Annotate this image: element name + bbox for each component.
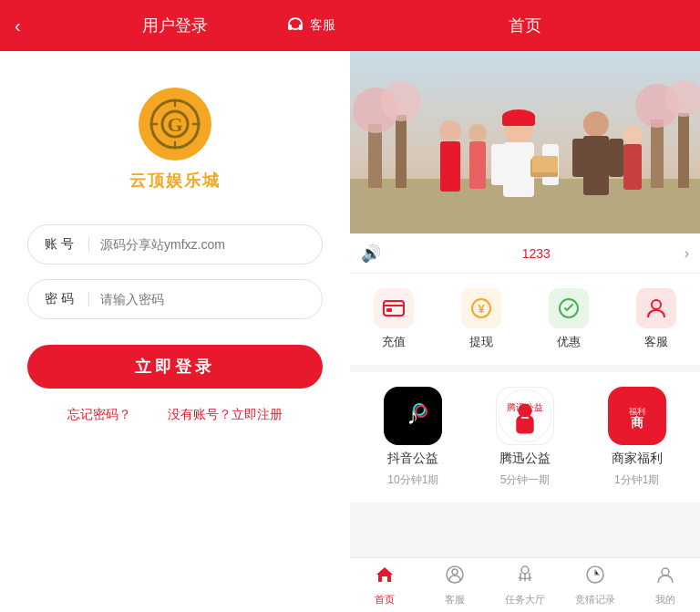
withdraw-icon: ¥ (461, 288, 501, 328)
svg-rect-26 (609, 139, 623, 177)
announcement-text: 1233 (388, 246, 685, 261)
nav-home[interactable]: 首页 (350, 558, 420, 612)
svg-point-23 (583, 111, 609, 137)
input-divider-1 (88, 237, 89, 252)
svg-rect-32 (469, 141, 486, 189)
announcement-bar[interactable]: 🔊 1233 › (350, 233, 700, 274)
svg-text:¥: ¥ (478, 302, 485, 316)
svg-rect-18 (503, 142, 534, 197)
bottom-links: 忘记密码？ 没有账号？立即注册 (67, 407, 283, 423)
svg-rect-35 (386, 308, 392, 312)
svg-rect-25 (572, 139, 587, 177)
password-input[interactable] (100, 292, 305, 306)
douyin-name: 抖音公益 (387, 451, 438, 467)
discount-icon (549, 288, 589, 328)
svg-text:商: 商 (631, 415, 643, 430)
recharge-action[interactable]: 充值 (374, 288, 414, 350)
svg-rect-28 (440, 141, 460, 192)
logo-container: G 云顶娱乐城 (129, 88, 221, 192)
login-header: ‹ 用户登录 客服 (0, 0, 350, 51)
merchant-desc: 1分钟1期 (614, 472, 659, 488)
login-content: G 云顶娱乐城 账 号 密 码 立即登录 忘记密码？ 没有账号？立即注册 (0, 51, 350, 612)
merchant-name: 商家福利 (612, 451, 663, 467)
logo-circle: G (139, 88, 211, 161)
headphone-icon (284, 15, 306, 36)
account-input-row: 账 号 (27, 224, 323, 265)
svg-point-45 (518, 403, 532, 418)
douyin-desc: 10分钟1期 (387, 472, 438, 488)
nav-home-label: 首页 (375, 593, 395, 607)
svg-rect-7 (368, 124, 382, 188)
bottom-nav: 首页 客服 任务大厅 竞猜记录 我的 (350, 557, 700, 612)
quick-actions: 充值 ¥ 提现 优惠 客服 (350, 274, 700, 365)
tencent-name: 腾迅公益 (499, 451, 551, 467)
service-icon (636, 288, 676, 328)
svg-rect-24 (583, 136, 609, 195)
records-nav-icon (585, 565, 605, 590)
tasks-nav-icon (515, 565, 535, 590)
account-label: 账 号 (45, 236, 77, 253)
service-nav-icon (445, 565, 465, 590)
mine-nav-icon (655, 565, 675, 590)
forgot-password-link[interactable]: 忘记密码？ (67, 407, 131, 423)
discount-label: 优惠 (557, 334, 581, 350)
merchant-icon: 福利 商 (608, 387, 666, 445)
banner (350, 51, 700, 233)
svg-point-51 (521, 566, 529, 574)
tencent-game[interactable]: 腾讯公益 腾迅公益 5分钟一期 (477, 387, 574, 488)
nav-service-label: 客服 (445, 593, 465, 607)
discount-action[interactable]: 优惠 (549, 288, 589, 350)
login-title: 用户登录 (142, 15, 208, 36)
nav-tasks[interactable]: 任务大厅 (490, 558, 561, 612)
svg-point-29 (623, 125, 643, 145)
withdraw-action[interactable]: ¥ 提现 (461, 288, 501, 350)
tencent-icon: 腾讯公益 (496, 387, 554, 445)
home-header: 首页 (350, 0, 700, 51)
login-panel: ‹ 用户登录 客服 G (0, 0, 350, 612)
login-button[interactable]: 立即登录 (27, 345, 323, 389)
volume-icon: 🔊 (361, 244, 381, 264)
svg-rect-9 (651, 119, 664, 188)
svg-rect-17 (502, 115, 535, 126)
svg-rect-22 (532, 156, 558, 172)
logo-svg: G (143, 92, 207, 156)
douyin-game[interactable]: ♪ 抖音公益 10分钟1期 (365, 387, 462, 488)
service-action-label: 客服 (644, 334, 668, 350)
svg-rect-33 (384, 301, 404, 316)
nav-tasks-label: 任务大厅 (505, 593, 545, 607)
nav-service[interactable]: 客服 (420, 558, 490, 612)
home-panel: 首页 (350, 0, 700, 612)
svg-point-50 (452, 569, 458, 575)
home-nav-icon (375, 565, 395, 590)
service-action[interactable]: 客服 (636, 288, 676, 350)
svg-point-39 (652, 300, 661, 309)
service-label: 客服 (310, 17, 335, 34)
password-label: 密 码 (45, 291, 77, 307)
svg-point-12 (381, 81, 421, 121)
nav-records-label: 竞猜记录 (575, 593, 615, 607)
back-button[interactable]: ‹ (15, 16, 21, 36)
register-link[interactable]: 没有账号？立即注册 (168, 407, 283, 423)
svg-point-31 (468, 124, 487, 142)
nav-records[interactable]: 竞猜记录 (560, 558, 630, 612)
nav-mine-label: 我的 (655, 593, 675, 607)
nav-mine[interactable]: 我的 (630, 558, 700, 612)
svg-point-53 (662, 568, 669, 576)
douyin-icon: ♪ (384, 387, 442, 445)
account-input[interactable] (100, 237, 305, 252)
recharge-label: 充值 (382, 334, 406, 350)
announcement-arrow: › (685, 245, 689, 262)
svg-rect-10 (678, 113, 689, 188)
service-button[interactable]: 客服 (284, 15, 335, 36)
password-input-row: 密 码 (27, 279, 323, 319)
input-divider-2 (88, 292, 89, 306)
tencent-desc: 5分钟一期 (500, 472, 551, 488)
recharge-icon (374, 288, 414, 328)
logo-text: 云顶娱乐城 (129, 170, 221, 192)
home-title: 首页 (509, 15, 541, 36)
svg-text:G: G (167, 113, 182, 136)
password-input-group: 密 码 (27, 279, 323, 319)
withdraw-label: 提现 (469, 334, 493, 350)
merchant-game[interactable]: 福利 商 商家福利 1分钟1期 (588, 387, 685, 488)
account-input-group: 账 号 (27, 224, 323, 265)
